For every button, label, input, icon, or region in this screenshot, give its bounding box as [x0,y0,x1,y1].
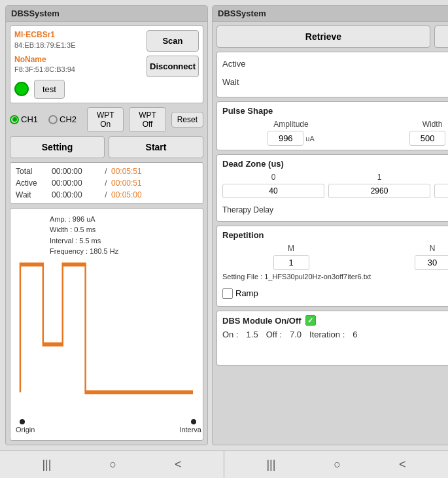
total-sep: / [101,167,111,176]
total-current: 00:00:00 [52,167,101,176]
m-input[interactable] [273,255,309,270]
width-input[interactable] [409,131,445,146]
dz-input-0[interactable] [222,184,324,198]
dead-zone-title: Dead Zone (us) [222,159,448,169]
start-button[interactable]: Start [109,136,203,158]
device-item-2[interactable]: NoName F8:3F:51:8C:B3:94 [14,55,143,75]
nav-right-home-icon[interactable]: ○ [334,458,341,471]
wait-current: 00:00:00 [52,190,101,199]
nav-left: ||| ○ < [0,451,224,478]
panel-b: DBSSystem Retrieve Set Active 00:00:51 W… [212,5,448,445]
device-list: MI-ECBSr1 84:EB:18:79:E1:3E NoName F8:3F… [14,30,143,99]
total-max: 00:05:51 [111,167,142,176]
amplitude-col: Amplitude uA [222,120,360,146]
dbs-get-set-row: Get Set [222,343,448,361]
nav-right: ||| ○ < [224,451,448,478]
amplitude-input[interactable] [267,131,303,146]
panel-b-title: DBSSystem [213,6,448,22]
active-label-b: Active [222,59,258,69]
waveform-box: Amp. : 996 uA Width : 0.5 ms Interval : … [10,208,203,441]
dbs-on-value: 1.5 [247,330,258,339]
dz-input-2[interactable] [434,184,448,198]
waveform-frequency: Frequency : 180.5 Hz [50,246,118,257]
dbs-values-row: On : 1.5 Off : 7.0 Iteration : 6 [222,330,448,339]
nav-left-menu-icon[interactable]: ||| [42,458,51,471]
wait-label: Wait [16,190,52,199]
dead-zone-values [222,184,448,198]
test-button[interactable]: test [34,80,65,99]
ch1-label: CH1 [21,114,38,124]
ramp-label: Ramp [235,288,258,298]
width-header: Width [422,120,443,129]
active-sep: / [101,179,111,188]
retrieve-set-row: Retrieve Set [216,26,448,48]
width-input-row: us [409,131,448,146]
stat-wait: Wait 00:00:00 / 00:05:00 [16,190,198,199]
set-top-button[interactable]: Set [434,26,448,48]
device-name-1: MI-ECBSr1 [14,30,143,41]
setting-button[interactable]: Setting [10,136,105,158]
dbs-title-row: DBS Module On/Off ✓ [222,315,448,326]
m-col: M [222,244,360,270]
active-max: 00:00:51 [111,179,142,188]
ramp-checkbox-label[interactable]: Ramp [222,288,258,299]
therapy-label: Therapy Delay [222,205,273,214]
channel-row: CH1 CH2 WPT On WPT Off Reset [10,107,203,132]
stats-box: Total 00:00:00 / 00:05:51 Active 00:00:0… [10,162,203,204]
repetition-cols: M N P [222,244,448,270]
ramp-checkbox[interactable] [222,288,233,299]
nav-right-back-icon[interactable]: < [399,458,406,471]
dbs-module-box: DBS Module On/Off ✓ On : 1.5 Off : 7.0 I… [216,311,448,366]
dz-h0: 0 [222,173,324,182]
wait-label-b: Wait [222,77,258,87]
repetition-box: Repetition M N P Setti [216,226,448,307]
therapy-row: Therapy Delay us [222,202,448,217]
setting-file-label: Setting File : 1_HFS30pul20Hz-on3off7ite… [222,273,371,281]
panel-a-title: DBSSystem [6,6,207,22]
wpt-off-button[interactable]: WPT Off [129,107,165,132]
m-header: M [288,244,294,253]
waveform-amp: Amp. : 996 uA [50,214,118,225]
disconnect-button[interactable]: Disconnect [146,56,199,77]
width-col: Width us [364,120,448,146]
interval-label: Interva [179,426,201,434]
pulse-shape-title: Pulse Shape [222,106,448,116]
origin-label: Origin [16,426,35,434]
ch2-radio-circle [48,115,58,124]
amplitude-unit: uA [305,135,314,143]
ch2-radio[interactable]: CH2 [48,114,77,124]
dz-input-1[interactable] [328,184,430,198]
device-mac-1: 84:EB:18:79:E1:3E [14,41,143,50]
repetition-title: Repetition [222,230,448,240]
setting-start-row: Setting Start [10,136,203,158]
pulse-shape-box: Pulse Shape Amplitude uA Width us [216,101,448,150]
dbs-checkbox[interactable]: ✓ [305,315,316,326]
stat-total: Total 00:00:00 / 00:05:51 [16,167,198,176]
dbs-off-label: Off : [266,330,282,339]
scan-button[interactable]: Scan [146,30,199,52]
nav-left-home-icon[interactable]: ○ [109,458,116,471]
nav-right-menu-icon[interactable]: ||| [266,458,275,471]
active-row: Active 00:00:51 [222,56,448,71]
dz-h2: 2 [434,173,448,182]
waveform-info: Amp. : 996 uA Width : 0.5 ms Interval : … [50,214,118,257]
n-input[interactable] [415,255,449,270]
waveform-interval: Interval : 5.5 ms [50,235,118,247]
device-item-1[interactable]: MI-ECBSr1 84:EB:18:79:E1:3E [14,30,143,50]
device-name-2: NoName [14,55,143,65]
waveform-dot-left [20,419,25,424]
wait-sep: / [101,190,111,199]
device-list-box: MI-ECBSr1 84:EB:18:79:E1:3E NoName F8:3F… [10,26,203,103]
reset-button[interactable]: Reset [171,112,203,128]
dead-zone-headers: 0 1 2 3 [222,173,448,182]
ramp-row: Ramp Save Load [222,284,448,302]
dbs-on-label: On : [222,330,239,339]
ch2-label: CH2 [60,114,77,124]
nav-left-back-icon[interactable]: < [175,458,182,471]
ch1-radio[interactable]: CH1 [10,114,38,124]
panel-a: DBSSystem MI-ECBSr1 84:EB:18:79:E1:3E No… [5,5,208,445]
retrieve-button[interactable]: Retrieve [216,26,430,48]
amplitude-input-row: uA [267,131,314,146]
stat-active: Active 00:00:00 / 00:00:51 [16,179,198,188]
wpt-on-button[interactable]: WPT On [87,107,124,132]
